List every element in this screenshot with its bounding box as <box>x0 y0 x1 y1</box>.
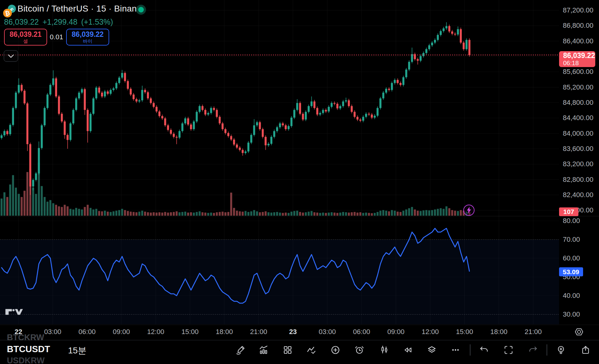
rsi-tick: 30.00 <box>563 310 580 318</box>
redo-icon <box>528 345 538 355</box>
patterns-icon <box>306 345 316 355</box>
chevron-down-icon <box>7 54 14 58</box>
price-tick: 87,200.00 <box>563 6 593 14</box>
object-tree-button[interactable] <box>425 343 439 357</box>
rsi-tick: 60.00 <box>563 254 580 262</box>
time-tick: 03:00 <box>319 328 336 336</box>
plus-circle-icon <box>330 345 340 355</box>
price-change-row: 86,039.22+1,299.48(+1.53%) <box>4 17 117 27</box>
rsi-tick: 70.00 <box>563 235 580 244</box>
time-tick: 18:00 <box>216 328 233 336</box>
price-tick: 83,600.00 <box>563 145 593 153</box>
price-change: +1,299.48 <box>42 17 77 26</box>
alarm-clock-icon <box>354 345 364 355</box>
buy-price: 86,039.22 <box>72 30 104 38</box>
replay-button[interactable] <box>401 343 415 357</box>
symbol-title[interactable]: Bitcoin / TetherUS · 15 · Binance <box>17 4 146 14</box>
price-tick: 85,200.00 <box>563 83 593 91</box>
time-tick: 09:00 <box>113 328 130 336</box>
last-price: 86,039.22 <box>4 17 39 26</box>
price-tick: 86,400.00 <box>563 37 593 45</box>
sell-label: 셀 <box>23 38 28 44</box>
lightbulb-plus-icon <box>556 345 566 355</box>
layers-icon <box>427 345 437 355</box>
undo-button[interactable] <box>477 343 491 357</box>
rsi-tick: 40.00 <box>563 292 580 300</box>
time-tick: 15:00 <box>456 328 473 336</box>
toolbar-divider <box>547 344 547 356</box>
sell-button[interactable]: 86,039.21 셀 <box>4 29 47 46</box>
axis-settings-gear-icon[interactable] <box>573 326 585 337</box>
market-status-dot <box>136 5 146 15</box>
rsi-tick: 80.00 <box>563 217 580 225</box>
time-tick: 12:00 <box>421 328 439 336</box>
draw-button[interactable] <box>234 343 247 357</box>
price-tick: 82,800.00 <box>563 176 593 184</box>
volume-value-label: 107 <box>559 207 578 216</box>
current-price-label: 86,039.22 06:18 <box>559 51 595 67</box>
sell-price: 86,039.21 <box>10 30 41 38</box>
time-tick: 06:00 <box>353 328 370 336</box>
bar-countdown: 06:18 <box>563 60 595 66</box>
axis-separator <box>0 325 599 325</box>
price-tick: 84,000.00 <box>563 129 593 138</box>
time-tick: 12:00 <box>147 328 164 336</box>
time-tick: 21:00 <box>524 328 542 336</box>
price-tick: 82,400.00 <box>563 191 593 199</box>
price-tick: 85,600.00 <box>563 68 593 76</box>
price-tick: 84,800.00 <box>563 99 593 107</box>
undo-icon <box>479 345 489 355</box>
layout-grid-icon <box>283 345 293 355</box>
share-icon <box>581 345 591 355</box>
redo-button[interactable] <box>526 343 540 357</box>
buy-button[interactable]: 86,039.22 바이 <box>66 29 109 46</box>
more-button[interactable] <box>449 343 462 357</box>
toolbar-divider <box>470 344 470 356</box>
price-tick: 83,200.00 <box>563 160 593 168</box>
buy-label: 바이 <box>83 38 92 44</box>
time-tick: 09:00 <box>387 328 404 336</box>
time-tick: 06:00 <box>78 328 95 336</box>
candles-icon <box>379 345 389 355</box>
chart-type-button[interactable] <box>377 343 391 357</box>
price-change-pct: (+1.53%) <box>81 17 113 26</box>
draw-icon <box>236 345 246 355</box>
watchlist-item-next[interactable]: USDKRW <box>7 356 45 364</box>
bottombar-border <box>0 340 599 340</box>
trading-app: { "header": { "symbol_title": "Bitcoin /… <box>0 0 599 364</box>
interval-picker[interactable]: 15분 <box>68 345 86 357</box>
alerts-button[interactable] <box>353 343 366 357</box>
rewind-icon <box>403 345 413 355</box>
patterns-button[interactable] <box>304 343 318 357</box>
ellipsis-icon <box>450 345 460 355</box>
fullscreen-button[interactable] <box>502 343 515 357</box>
fullscreen-icon <box>504 345 514 355</box>
time-tick: 21:00 <box>250 328 267 336</box>
chart-canvas[interactable] <box>0 0 599 364</box>
time-tick: 23 <box>289 328 297 336</box>
watchlist-item-prev[interactable]: BTCKRW <box>7 333 44 342</box>
collapse-header-button[interactable] <box>4 50 18 62</box>
spread-value: 0.01 <box>47 29 66 46</box>
price-tick: 84,400.00 <box>563 114 593 122</box>
indicators-button[interactable] <box>257 343 270 357</box>
symbol-picker-current[interactable]: BTCUSDT <box>7 344 50 354</box>
indicators-icon <box>259 345 269 355</box>
add-button[interactable] <box>329 343 342 357</box>
layout-grid-button[interactable] <box>281 343 295 357</box>
price-tick: 86,800.00 <box>563 22 593 30</box>
time-tick: 15:00 <box>181 328 198 336</box>
tradingview-logo <box>5 308 23 318</box>
lightning-icon <box>466 206 472 214</box>
ideas-button[interactable] <box>554 343 568 357</box>
rsi-value-label: 53.09 <box>559 267 583 276</box>
time-tick: 03:00 <box>44 328 61 336</box>
share-button[interactable] <box>579 343 592 357</box>
lightning-badge[interactable] <box>463 205 475 216</box>
time-tick: 18:00 <box>490 328 507 336</box>
